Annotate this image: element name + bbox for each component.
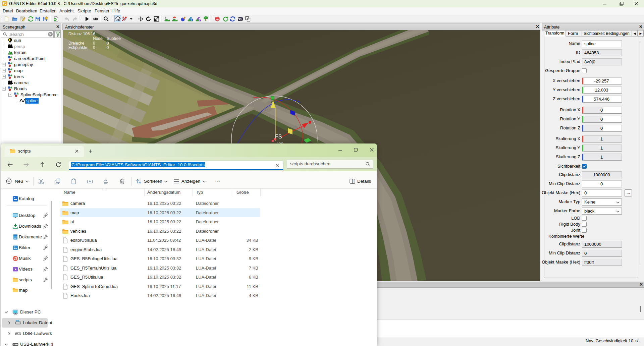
svg-text:i: i	[191, 18, 192, 21]
svg-text:FS: FS	[275, 134, 282, 139]
svg-text:0: 0	[93, 45, 95, 50]
svg-text:Eckpunkte: Eckpunkte	[68, 45, 87, 50]
svg-text:0: 0	[107, 41, 109, 46]
svg-text:Node: Node	[93, 36, 103, 41]
svg-text:AB: AB	[215, 18, 219, 21]
svg-text:Distanz 106.16: Distanz 106.16	[68, 32, 95, 36]
svg-text:0: 0	[107, 45, 109, 50]
svg-text:P: P	[199, 18, 201, 21]
svg-text:0: 0	[93, 41, 95, 46]
svg-text:Subtree: Subtree	[107, 36, 121, 41]
svg-text:Dreiecke: Dreiecke	[68, 41, 85, 46]
